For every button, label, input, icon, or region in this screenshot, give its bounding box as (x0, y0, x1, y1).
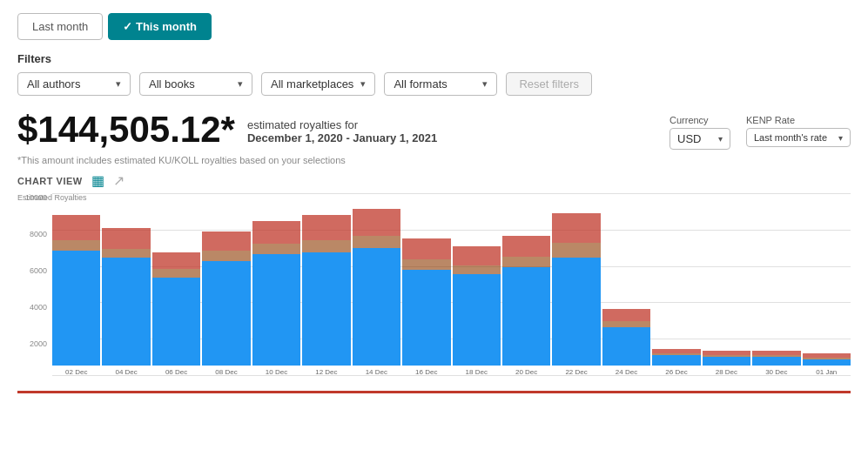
tab-row: Last month ✓ This month (17, 13, 851, 40)
bar-label: 18 Dec (466, 368, 488, 376)
bar-segment-brown (652, 353, 700, 355)
bar-label: 10 Dec (266, 368, 287, 376)
chevron-down-icon: ▾ (718, 134, 723, 144)
this-month-tab[interactable]: ✓ This month (108, 13, 212, 40)
bar-segment-red (552, 213, 600, 243)
bar-label: 20 Dec (515, 368, 537, 376)
bar-segment-blue (202, 261, 250, 366)
filters-row: All authors ▾ All books ▾ All marketplac… (17, 72, 851, 96)
currency-dropdown[interactable]: USD ▾ (670, 128, 730, 150)
filter-formats[interactable]: All formats ▾ (384, 72, 497, 96)
bar-label: 24 Dec (616, 368, 637, 376)
bar-label: 30 Dec (765, 368, 787, 376)
reset-filters-button[interactable]: Reset filters (506, 72, 592, 96)
bar-segment-red (302, 215, 350, 240)
bar-group: 20 Dec (502, 193, 550, 376)
bar-segment-red (453, 246, 501, 265)
bar-segment-red (252, 221, 300, 244)
bar-segment-blue (552, 258, 600, 366)
bar-segment-brown (752, 355, 800, 357)
bar-group: 01 Jan (803, 193, 851, 376)
bar-segment-brown (52, 240, 100, 251)
bar-group: 14 Dec (353, 193, 400, 376)
royalty-footnote: *This amount includes estimated KU/KOLL … (17, 155, 851, 165)
bar-group: 02 Dec (52, 193, 100, 376)
bar-label: 02 Dec (65, 368, 87, 376)
kenp-group: KENP Rate Last month's rate ▾ (746, 115, 851, 147)
bar-segment-red (502, 236, 550, 257)
last-month-tab[interactable]: Last month (17, 13, 103, 40)
chart-view-label: CHART VIEW (17, 176, 83, 186)
bar-segment-blue (252, 254, 300, 366)
bar-segment-brown (602, 321, 650, 327)
bar-segment-red (52, 215, 100, 240)
bar-segment-blue (502, 267, 550, 366)
filter-authors[interactable]: All authors ▾ (17, 72, 131, 96)
line-chart-icon[interactable]: ↗ (113, 174, 124, 188)
bar-chart-icon[interactable]: ▦ (91, 174, 104, 188)
bar-segment-brown (552, 243, 600, 258)
bar-group: 04 Dec (102, 193, 150, 376)
bar-segment-brown (703, 355, 750, 357)
chart-bars: 02 Dec04 Dec06 Dec08 Dec10 Dec12 Dec14 D… (52, 193, 851, 376)
bar-label: 12 Dec (315, 368, 337, 376)
bar-segment-blue (353, 248, 400, 366)
chevron-down-icon: ▾ (116, 78, 121, 90)
bar-segment-brown (152, 269, 200, 278)
bar-label: 14 Dec (366, 368, 387, 376)
kenp-dropdown[interactable]: Last month's rate ▾ (746, 128, 851, 147)
bar-segment-brown (803, 358, 851, 359)
bar-group: 18 Dec (453, 193, 501, 376)
chevron-down-icon: ▾ (482, 78, 488, 90)
currency-group: Currency USD ▾ (670, 115, 730, 150)
bar-label: 28 Dec (716, 368, 737, 376)
royalty-left: $144,505.12* estimated royalties for Dec… (17, 111, 437, 148)
bar-group: 26 Dec (652, 193, 700, 376)
filter-marketplaces[interactable]: All marketplaces ▾ (261, 72, 375, 96)
bar-segment-red (102, 228, 150, 249)
bar-segment-red (602, 309, 650, 321)
bar-segment-red (152, 252, 200, 269)
chevron-down-icon: ▾ (238, 78, 243, 90)
bar-segment-blue (102, 258, 150, 366)
bar-segment-blue (703, 357, 750, 366)
bar-group: 12 Dec (302, 193, 350, 376)
bar-group: 10 Dec (252, 193, 300, 376)
bar-segment-red (353, 209, 400, 236)
bar-group: 28 Dec (703, 193, 750, 376)
bar-segment-blue (752, 357, 800, 366)
kenp-label: KENP Rate (746, 115, 851, 125)
bar-label: 16 Dec (415, 368, 437, 376)
bar-segment-blue (602, 327, 650, 366)
bar-group: 06 Dec (152, 193, 200, 376)
chevron-down-icon: ▾ (838, 133, 843, 143)
bar-segment-blue (453, 274, 501, 366)
bar-label: 22 Dec (565, 368, 587, 376)
bar-label: 01 Jan (816, 368, 837, 376)
currency-label: Currency (670, 115, 730, 125)
bar-segment-brown (402, 259, 450, 270)
bar-segment-blue (152, 278, 200, 366)
filter-books[interactable]: All books ▾ (139, 72, 252, 96)
bar-segment-brown (102, 249, 150, 258)
bar-label: 08 Dec (215, 368, 237, 376)
bar-segment-brown (302, 240, 350, 252)
bar-segment-brown (502, 257, 550, 267)
chevron-down-icon: ▾ (360, 78, 366, 90)
bar-group: 08 Dec (202, 193, 250, 376)
bar-group: 30 Dec (752, 193, 800, 376)
bar-segment-blue (402, 270, 450, 366)
chart-view-row: CHART VIEW ▦ ↗ (17, 174, 851, 188)
bar-segment-brown (453, 265, 501, 274)
bar-label: 04 Dec (115, 368, 137, 376)
royalty-amount: $144,505.12* (17, 111, 235, 148)
bar-segment-brown (202, 251, 250, 261)
bar-segment-blue (652, 355, 700, 366)
bar-label: 06 Dec (165, 368, 187, 376)
bar-label: 26 Dec (665, 368, 687, 376)
chart-area: Estimated Royalties 10000 8000 6000 4000… (17, 193, 851, 393)
y-axis-labels: 10000 8000 6000 4000 2000 (17, 193, 50, 376)
bar-segment-red (402, 238, 450, 259)
filters-label: Filters (17, 52, 851, 65)
bar-segment-red (202, 232, 250, 251)
